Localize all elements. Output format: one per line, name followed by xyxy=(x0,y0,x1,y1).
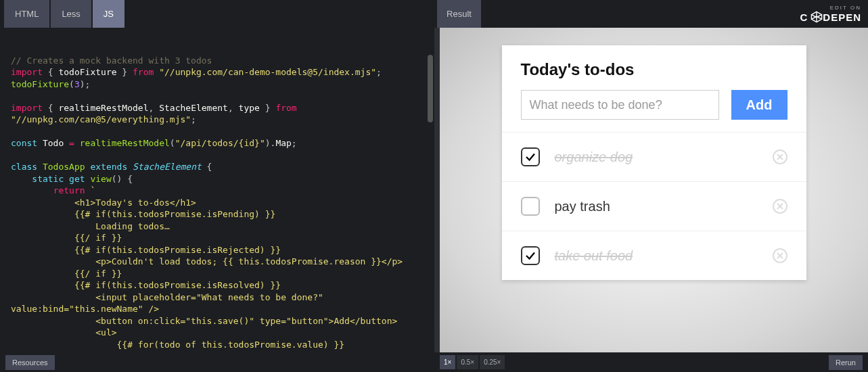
card-title: Today's to-dos xyxy=(521,60,787,79)
zoom-025x[interactable]: 0.25× xyxy=(480,355,505,369)
tab-result[interactable]: Result xyxy=(437,0,481,28)
input-row: Add xyxy=(521,90,787,120)
todo-checkbox[interactable] xyxy=(521,197,540,216)
code-ident: StacheElement xyxy=(159,103,228,113)
tab-html[interactable]: HTML xyxy=(4,0,49,28)
resources-button[interactable]: Resources xyxy=(5,355,55,370)
code-ident: Todo xyxy=(43,138,64,148)
code-fn: view xyxy=(90,174,111,184)
split-gutter[interactable] xyxy=(434,28,440,352)
top-bar: HTML Less JS Result EDIT ON CDEPEN xyxy=(0,0,868,28)
code-tpl: <button on:click="this.save()" type="but… xyxy=(95,316,397,326)
add-button[interactable]: Add xyxy=(731,90,787,120)
code-str: "//unpkg.com/can@5/everything.mjs" xyxy=(11,114,191,124)
zoom-group: 1× 0.5× 0.25× xyxy=(440,352,506,372)
code-tpl: <p>Couldn't load todos; {{ this.todosPro… xyxy=(95,256,403,266)
card-header: Today's to-dos Add xyxy=(502,45,806,132)
code-tpl: {{/ if }} xyxy=(74,233,122,243)
code-kw: static xyxy=(32,174,64,184)
code-tpl: {{# if(this.todosPromise.isResolved) }} xyxy=(74,280,281,290)
delete-icon[interactable] xyxy=(773,149,787,164)
code-kw: from xyxy=(133,67,154,77)
todo-item: take out food xyxy=(502,231,806,280)
code-tpl: value:bind="this.newName" /> xyxy=(11,304,159,314)
codepen-cube-icon xyxy=(810,11,823,23)
codepen-branding[interactable]: EDIT ON CDEPEN xyxy=(800,0,861,28)
code-editor[interactable]: // Creates a mock backend with 3 todos i… xyxy=(0,28,434,352)
code-tpl: <h1>Today's to-dos</h1> xyxy=(74,197,196,208)
code-ident: type xyxy=(239,103,260,113)
zoom-05x[interactable]: 0.5× xyxy=(457,355,478,369)
code-tpl: {{# if(this.todosPromise.isPending) }} xyxy=(74,209,275,219)
bottom-bar: Resources 1× 0.5× 0.25× Rerun xyxy=(0,352,868,372)
code-kw: class xyxy=(11,162,37,172)
code-kw: import xyxy=(11,103,43,113)
code-kw: get xyxy=(69,174,85,184)
code-tpl: <ul> xyxy=(95,327,116,338)
zoom-1x[interactable]: 1× xyxy=(440,355,455,369)
todo-item: pay trash xyxy=(502,181,806,231)
result-pane: Today's to-dos Add organize dog xyxy=(440,28,868,352)
code-tpl: <input placeholder="What needs to be don… xyxy=(95,292,323,302)
code-kw: from xyxy=(275,103,296,113)
code-fn: todoFixture xyxy=(11,79,69,89)
code-kw: import xyxy=(11,67,43,77)
code-ident: todoFixture xyxy=(58,67,116,77)
code-tpl: {{/ if }} xyxy=(74,269,122,279)
delete-icon[interactable] xyxy=(773,248,787,263)
tab-less[interactable]: Less xyxy=(51,0,91,28)
code-comment: // Creates a mock backend with 3 todos xyxy=(11,55,212,66)
todo-card: Today's to-dos Add organize dog xyxy=(502,45,806,280)
code-num: 3 xyxy=(74,79,80,89)
todo-item: organize dog xyxy=(502,132,806,181)
todo-checkbox[interactable] xyxy=(521,147,540,166)
rerun-button[interactable]: Rerun xyxy=(829,355,863,370)
main-split: // Creates a mock backend with 3 todos i… xyxy=(0,28,868,352)
code-str: "/api/todos/{id}" xyxy=(175,138,265,148)
codepen-logo: CDEPEN xyxy=(800,11,861,23)
code-ident: Map xyxy=(275,138,291,148)
tab-js[interactable]: JS xyxy=(93,0,124,28)
check-icon xyxy=(524,250,536,262)
editor-tabs: HTML Less JS xyxy=(0,0,124,28)
code-kw: extends xyxy=(90,162,127,172)
code-str: "//unpkg.com/can-demo-models@5/index.mjs… xyxy=(159,67,376,77)
check-icon xyxy=(524,151,536,163)
todo-list: organize dog pay trash take xyxy=(502,132,806,280)
code-tpl: Loading todos… xyxy=(95,221,170,231)
code-kw: const xyxy=(11,138,37,148)
delete-icon[interactable] xyxy=(773,199,787,214)
code-ident: realtimeRestModel xyxy=(58,103,148,113)
todo-label: take out food xyxy=(555,248,773,264)
new-todo-input[interactable] xyxy=(521,90,719,120)
edit-on-label: EDIT ON xyxy=(830,5,861,11)
code-fn: realtimeRestModel xyxy=(80,138,170,148)
code-kw: return xyxy=(53,185,85,195)
todo-checkbox[interactable] xyxy=(521,246,540,265)
editor-scrollbar[interactable] xyxy=(428,55,433,122)
todo-label: organize dog xyxy=(555,149,773,165)
code-tpl: {{# if(this.todosPromise.isRejected) }} xyxy=(74,245,281,255)
code-class: TodosApp xyxy=(43,162,85,172)
todo-label: pay trash xyxy=(555,199,773,214)
code-tpl: {{# for(todo of this.todosPromise.value)… xyxy=(117,340,345,350)
code-type: StacheElement xyxy=(133,162,202,172)
